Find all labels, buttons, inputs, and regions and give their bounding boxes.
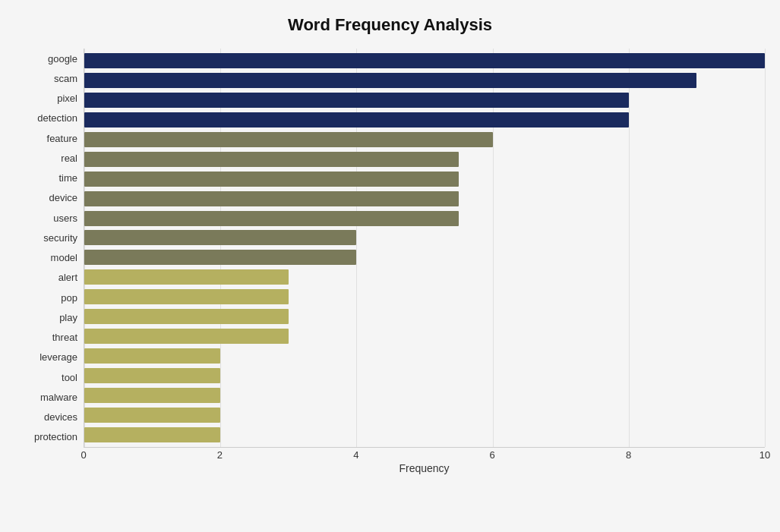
y-label-feature: feature bbox=[15, 128, 84, 148]
bar-leverage bbox=[84, 348, 220, 364]
y-label-leverage: leverage bbox=[15, 348, 84, 367]
bar-row-users bbox=[84, 209, 765, 228]
bar-threat bbox=[84, 329, 289, 344]
bar-pop bbox=[84, 289, 289, 304]
bar-row-threat bbox=[84, 327, 765, 345]
bar-row-detection bbox=[84, 111, 765, 129]
y-label-detection: detection bbox=[15, 109, 84, 128]
chart-area: googlescampixeldetectionfeaturerealtimed… bbox=[15, 49, 765, 474]
bar-malware bbox=[84, 388, 220, 403]
bar-tool bbox=[84, 368, 220, 383]
bar-scam bbox=[84, 73, 696, 88]
y-label-pixel: pixel bbox=[15, 89, 84, 109]
y-label-play: play bbox=[15, 307, 84, 327]
y-label-threat: threat bbox=[15, 328, 84, 348]
bar-row-devices bbox=[84, 406, 765, 424]
bars-section bbox=[84, 49, 765, 447]
y-label-pop: pop bbox=[15, 288, 84, 307]
bar-users bbox=[84, 211, 459, 226]
y-axis-labels: googlescampixeldetectionfeaturerealtimed… bbox=[15, 49, 84, 474]
y-label-device: device bbox=[15, 188, 84, 208]
y-label-time: time bbox=[15, 168, 84, 188]
y-label-users: users bbox=[15, 208, 84, 228]
y-label-tool: tool bbox=[15, 367, 84, 387]
bar-detection bbox=[84, 112, 629, 127]
bar-device bbox=[84, 191, 459, 206]
bar-google bbox=[84, 53, 765, 68]
chart-title: Word Frequency Analysis bbox=[15, 15, 765, 35]
y-label-security: security bbox=[15, 228, 84, 247]
y-label-alert: alert bbox=[15, 268, 84, 288]
y-label-protection: protection bbox=[15, 427, 84, 447]
bar-row-pixel bbox=[84, 91, 765, 109]
bar-row-feature bbox=[84, 131, 765, 149]
bar-real bbox=[84, 152, 459, 167]
x-axis: 0246810 Frequency bbox=[84, 447, 765, 474]
y-label-real: real bbox=[15, 148, 84, 168]
bars-wrapper bbox=[84, 49, 765, 447]
bar-row-tool bbox=[84, 367, 765, 385]
bar-alert bbox=[84, 269, 289, 285]
bar-row-leverage bbox=[84, 347, 765, 365]
bar-time bbox=[84, 172, 459, 187]
bar-play bbox=[84, 309, 289, 324]
x-ticks: 0246810 bbox=[84, 448, 765, 461]
bar-pixel bbox=[84, 93, 629, 108]
x-tick-6: 6 bbox=[490, 449, 495, 461]
x-tick-2: 2 bbox=[217, 449, 223, 461]
bar-row-google bbox=[84, 52, 765, 70]
bar-row-time bbox=[84, 170, 765, 188]
x-tick-0: 0 bbox=[81, 449, 86, 461]
bar-row-real bbox=[84, 150, 765, 168]
y-label-scam: scam bbox=[15, 68, 84, 88]
bar-row-model bbox=[84, 248, 765, 266]
x-tick-10: 10 bbox=[759, 449, 770, 461]
bar-security bbox=[84, 230, 356, 245]
x-tick-8: 8 bbox=[626, 449, 631, 461]
bar-row-security bbox=[84, 228, 765, 247]
grid-line-10 bbox=[765, 49, 766, 447]
bars-and-x: 0246810 Frequency bbox=[84, 49, 765, 474]
x-axis-label: Frequency bbox=[84, 462, 765, 474]
bar-row-scam bbox=[84, 71, 765, 90]
chart-container: Word Frequency Analysis googlescampixeld… bbox=[0, 0, 780, 532]
bar-model bbox=[84, 250, 356, 265]
bar-protection bbox=[84, 427, 220, 442]
y-label-google: google bbox=[15, 49, 84, 68]
bar-row-protection bbox=[84, 426, 765, 444]
y-label-malware: malware bbox=[15, 387, 84, 407]
y-label-devices: devices bbox=[15, 408, 84, 427]
bar-row-malware bbox=[84, 386, 765, 405]
y-label-model: model bbox=[15, 248, 84, 268]
bar-devices bbox=[84, 408, 220, 423]
bar-row-alert bbox=[84, 268, 765, 286]
bar-feature bbox=[84, 132, 493, 147]
x-tick-4: 4 bbox=[353, 449, 358, 461]
bar-row-play bbox=[84, 307, 765, 326]
bar-row-pop bbox=[84, 288, 765, 306]
bar-row-device bbox=[84, 190, 765, 208]
